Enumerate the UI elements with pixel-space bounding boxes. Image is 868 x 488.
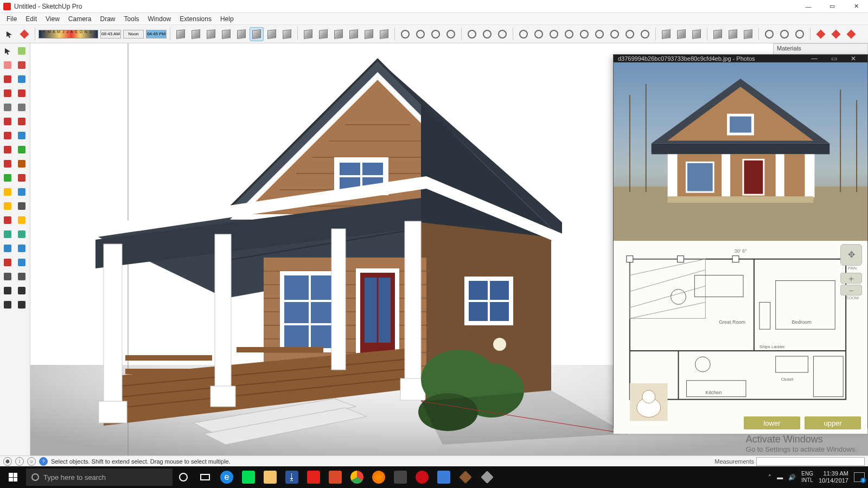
upload-button[interactable] [480, 27, 494, 41]
menu-window[interactable]: Window [144, 14, 176, 24]
3d-text-tool[interactable] [15, 200, 28, 213]
select-context-button[interactable] [174, 27, 188, 41]
app-b-icon[interactable] [476, 466, 498, 488]
pdf-icon[interactable] [238, 466, 259, 488]
orbit-tool-tool[interactable] [1, 228, 14, 241]
photos-minimize[interactable]: — [805, 55, 824, 62]
photos-window[interactable]: d3769994b26bc0793733be80c9cfd4eb.jpg - P… [613, 54, 868, 428]
volume-icon[interactable]: 🔊 [788, 474, 796, 481]
pan-tool-tool[interactable] [15, 228, 28, 241]
geo-icon[interactable]: ⬢ [3, 457, 12, 466]
help-icon[interactable]: ? [39, 457, 48, 466]
menu-help[interactable]: Help [216, 14, 238, 24]
layout-icon[interactable] [324, 466, 346, 488]
eraser-tool[interactable] [1, 59, 14, 72]
circle-c-button[interactable] [674, 27, 688, 41]
section-display-button[interactable] [516, 27, 531, 41]
calc-icon[interactable] [390, 466, 411, 488]
ext-1-button[interactable] [793, 27, 807, 41]
menu-file[interactable]: File [2, 14, 21, 24]
hidden-geometry-button[interactable] [608, 27, 622, 41]
photos-close[interactable]: ✕ [844, 55, 863, 62]
circle-d-button[interactable] [690, 27, 704, 41]
move-tool[interactable] [1, 143, 14, 156]
maximize-button[interactable]: ▭ [820, 0, 844, 13]
polygon-tool[interactable] [15, 101, 28, 114]
zoom-window-tool[interactable] [15, 242, 28, 255]
materials-panel[interactable]: Materials [773, 43, 868, 55]
start-button[interactable] [0, 466, 26, 488]
component-make-button[interactable] [398, 27, 412, 41]
xray-button[interactable] [592, 27, 607, 41]
warehouse-button[interactable] [444, 27, 458, 41]
noon-button[interactable] [234, 27, 248, 41]
menu-extensions[interactable]: Extensions [175, 14, 216, 24]
sketchup-icon[interactable] [303, 466, 324, 488]
circle-a-button[interactable] [638, 27, 652, 41]
section-fill-button[interactable] [532, 27, 546, 41]
time-noon[interactable]: Noon [123, 30, 144, 38]
section-tool[interactable] [15, 284, 28, 297]
look-around-tool[interactable] [15, 270, 28, 283]
opera-icon[interactable] [411, 466, 433, 488]
clock[interactable]: 11:39 AM10/14/2017 [819, 470, 848, 484]
line-tool[interactable] [1, 73, 14, 86]
make-component-tool[interactable] [15, 44, 28, 57]
select-icon[interactable] [2, 27, 16, 41]
minimize-button[interactable]: — [796, 0, 820, 13]
two-point-arc-tool[interactable] [15, 115, 28, 128]
sun-c-button[interactable] [762, 27, 776, 41]
circle-tool[interactable] [1, 101, 14, 114]
protractor-tool[interactable] [15, 214, 28, 227]
date-strip[interactable]: J F M A M J J A S O N D [39, 30, 98, 38]
home-button[interactable] [429, 27, 443, 41]
explorer-icon[interactable] [259, 466, 281, 488]
sun-b-button[interactable] [741, 27, 755, 41]
ext-2-button[interactable] [814, 27, 828, 41]
months-strip-button[interactable] [204, 27, 218, 41]
menu-camera[interactable]: Camera [64, 14, 96, 24]
position-camera-tool[interactable] [1, 270, 14, 283]
axes-tool-tool[interactable] [1, 214, 14, 227]
tray-chevron-icon[interactable]: ˄ [768, 474, 771, 481]
cortana-icon[interactable] [173, 466, 194, 488]
close-button[interactable]: ✕ [844, 0, 868, 13]
ext-3-button[interactable] [829, 27, 843, 41]
scale-tool[interactable] [1, 157, 14, 170]
time-start-button[interactable] [219, 27, 233, 41]
right-button[interactable] [316, 27, 330, 41]
paint-bucket-button[interactable] [189, 27, 203, 41]
photos-maximize[interactable]: ▭ [824, 55, 844, 62]
iso-button[interactable] [265, 27, 279, 41]
two-point-button[interactable] [377, 27, 391, 41]
zoom-tool[interactable] [1, 242, 14, 255]
shadow-settings-button[interactable] [562, 27, 576, 41]
firefox-icon[interactable] [368, 466, 390, 488]
bezier-tool[interactable] [15, 129, 28, 142]
menu-view[interactable]: View [41, 14, 64, 24]
text-tool[interactable] [1, 200, 14, 213]
store-icon[interactable]: ⭳ [281, 466, 303, 488]
perspective-button[interactable] [362, 27, 376, 41]
sun-d-button[interactable] [777, 27, 792, 41]
dimension-tool[interactable] [15, 185, 28, 198]
time-end-button[interactable] [250, 27, 264, 41]
push-pull-tool[interactable] [15, 157, 28, 170]
paint-bucket-tool[interactable] [15, 59, 28, 72]
edge-icon[interactable]: e [216, 466, 238, 488]
time-end[interactable]: 04:45 PM [146, 30, 167, 38]
app-a-icon[interactable] [455, 466, 476, 488]
menu-draw[interactable]: Draw [96, 14, 120, 24]
system-tray[interactable]: ˄ ▬ 🔊 ENGINTL 11:39 AM10/14/2017 [768, 470, 868, 484]
circle-e-button[interactable] [711, 27, 725, 41]
photos-icon[interactable] [433, 466, 455, 488]
circle-b-button[interactable] [659, 27, 673, 41]
measurements-input[interactable] [756, 457, 865, 466]
notifications-icon[interactable] [854, 472, 865, 482]
zoom-extents-tool[interactable] [1, 256, 14, 269]
previous-view-tool[interactable] [15, 256, 28, 269]
back-button[interactable] [331, 27, 346, 41]
rectangle-tool[interactable] [1, 87, 14, 100]
axes-button[interactable] [623, 27, 637, 41]
paint-icon[interactable] [17, 27, 31, 41]
